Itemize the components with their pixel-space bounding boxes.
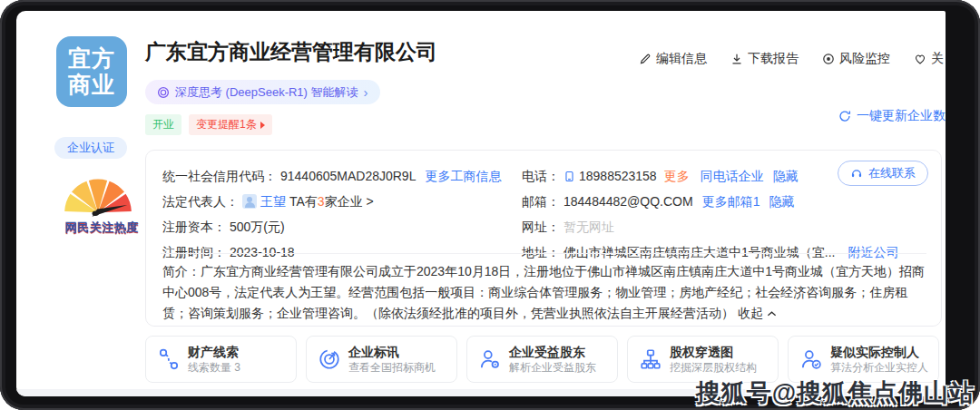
avatar <box>242 194 257 209</box>
chevron-up-icon <box>767 310 777 317</box>
collapse-label: 收起 <box>738 306 763 320</box>
card-subtitle: 挖掘深层股权结构 <box>670 361 757 375</box>
logo-line2: 商业 <box>56 72 127 98</box>
status-badge-open: 开业 <box>145 114 181 135</box>
info-left-column: 统一社会信用代码： 91440605MAD28J0R9L 更多工商信息 法定代表… <box>162 163 501 265</box>
card-beneficial-owners[interactable]: 企业受益股东 解析企业受益股东 <box>466 336 618 383</box>
legal-more-prefix: TA有 <box>289 194 318 209</box>
download-report-button[interactable]: 下载报告 <box>730 51 799 67</box>
address-value: 佛山市禅城区南庄镇南庄大道中1号商业城（宜... <box>564 243 835 261</box>
page-content: 宜方 商业 广东宜方商业经营管理有限公司 深度思考 (DeepSeek-R1) … <box>16 11 946 396</box>
legal-more-suffix: 家企业 > <box>325 194 374 209</box>
email-row: 邮箱： 184484482@QQ.COM 更多邮箱1 隐藏 <box>522 189 898 214</box>
card-bid-news[interactable]: 企业标讯 查看全国招标商机 <box>306 336 457 383</box>
phone-more-link[interactable]: 更多 <box>664 167 690 185</box>
card-title: 疑似实际控制人 <box>830 345 928 360</box>
capital-label: 注册资本： <box>162 218 226 236</box>
capital-value: 500万(元) <box>230 218 285 236</box>
website-label: 网址： <box>522 218 560 236</box>
legal-rep-label: 法定代表人： <box>162 192 239 210</box>
risk-monitor-label: 风险监控 <box>839 51 890 67</box>
download-report-label: 下载报告 <box>748 51 799 67</box>
email-label: 邮箱： <box>522 192 560 210</box>
legal-rep-more-link[interactable]: TA有3家企业 > <box>289 192 374 210</box>
more-email-link[interactable]: 更多邮箱1 <box>702 192 760 210</box>
monitor-icon <box>822 53 835 65</box>
clue-icon <box>157 347 181 371</box>
card-title: 企业受益股东 <box>509 345 596 360</box>
alert-arrow-icon <box>260 122 265 129</box>
status-tags: 开业 变更提醒1条 <box>145 114 272 135</box>
online-contact-button[interactable]: 在线联系 <box>838 161 928 186</box>
more-business-info-link[interactable]: 更多工商信息 <box>425 167 501 185</box>
website-value: 暂无网址 <box>564 218 614 236</box>
credit-code-label: 统一社会信用代码： <box>162 167 277 185</box>
card-property-clues[interactable]: 财产线索 线索数量 3 <box>145 336 297 383</box>
company-info-card: 统一社会信用代码： 91440605MAD28J0R9L 更多工商信息 法定代表… <box>145 150 942 327</box>
beneficiary-icon <box>478 347 502 371</box>
intro-text: 广东宜方商业经营管理有限公司成立于2023年10月18日，注册地位于佛山市禅城区… <box>162 264 925 320</box>
pencil-icon <box>639 53 652 65</box>
card-subtitle: 线索数量 3 <box>188 361 240 375</box>
card-subtitle: 查看全国招标商机 <box>348 361 436 375</box>
same-phone-companies-link[interactable]: 同电话企业 <box>701 167 764 185</box>
phone-hide-link[interactable]: 隐藏 <box>773 167 799 185</box>
risk-monitor-button[interactable]: 风险监控 <box>822 51 890 67</box>
enterprise-cert-badge[interactable]: 企业认证 <box>54 137 127 159</box>
reg-date-label: 注册时间： <box>162 243 226 261</box>
target-icon <box>318 347 341 371</box>
capital-row: 注册资本： 500万(元) <box>162 214 501 239</box>
card-subtitle: 算法分析企业实控人 <box>830 361 928 375</box>
update-company-data-link[interactable]: 一键更新企业数 <box>838 108 946 124</box>
card-title: 企业标讯 <box>348 345 436 360</box>
card-title: 股权穿透图 <box>670 345 757 360</box>
change-alert-label: 变更提醒1条 <box>196 117 257 132</box>
refresh-icon <box>838 110 851 122</box>
email-value: 184484482@QQ.COM <box>564 192 693 210</box>
page-title: 广东宜方商业经营管理有限公司 <box>145 38 437 66</box>
address-label: 地址： <box>522 243 560 261</box>
card-title: 财产线索 <box>188 345 240 360</box>
company-intro: 简介：广东宜方商业经营管理有限公司成立于2023年10月18日，注册地位于佛山市… <box>162 261 926 324</box>
edit-info-label: 编辑信息 <box>656 51 707 67</box>
phone-label: 电话： <box>522 167 560 185</box>
divider <box>161 253 926 254</box>
legal-rep-row: 法定代表人： 王望 TA有3家企业 > <box>162 189 501 214</box>
phone-value: 18988523158 <box>579 167 657 185</box>
follow-button[interactable]: 关 <box>914 51 944 67</box>
reg-date-value: 2023-10-18 <box>230 243 295 261</box>
website-row: 网址： 暂无网址 <box>522 214 898 239</box>
credit-code-row: 统一社会信用代码： 91440605MAD28J0R9L 更多工商信息 <box>162 163 501 189</box>
deepseek-ai-pill[interactable]: 深度思考 (DeepSeek-R1) 智能解读 › <box>145 80 380 104</box>
header-actions: 编辑信息 下载报告 风险监控 关 <box>639 51 944 67</box>
heat-gauge: 网民关注热度 <box>56 171 147 236</box>
heat-gauge-label: 网民关注热度 <box>56 220 147 236</box>
intro-label: 简介： <box>162 264 201 278</box>
online-contact-label: 在线联系 <box>868 165 916 181</box>
edit-info-button[interactable]: 编辑信息 <box>639 51 707 67</box>
gauge-icon <box>56 171 140 218</box>
headset-icon <box>850 167 863 180</box>
deepseek-icon <box>157 86 170 99</box>
deepseek-label: 深度思考 (DeepSeek-R1) 智能解读 <box>175 84 358 101</box>
collapse-link[interactable]: 收起 <box>738 306 777 320</box>
nearby-companies-link[interactable]: 附近公司 <box>848 243 898 261</box>
chevron-right-icon: › <box>364 84 368 100</box>
card-subtitle: 解析企业受益股东 <box>509 361 596 375</box>
phone-icon <box>564 171 575 182</box>
watermark: 搜狐号@搜狐焦点佛山站 <box>696 376 975 409</box>
credit-code-value: 91440605MAD28J0R9L <box>280 167 416 185</box>
update-company-data-label: 一键更新企业数 <box>857 108 946 124</box>
change-alert-badge[interactable]: 变更提醒1条 <box>189 114 272 135</box>
controller-icon <box>799 347 823 371</box>
legal-rep-name-link[interactable]: 王望 <box>260 192 286 210</box>
follow-label: 关 <box>931 51 944 67</box>
download-icon <box>730 53 743 65</box>
orgchart-icon <box>639 347 662 371</box>
legal-more-count: 3 <box>318 194 325 209</box>
heart-icon <box>914 53 926 65</box>
logo-line1: 宜方 <box>56 45 127 72</box>
email-hide-link[interactable]: 隐藏 <box>769 192 794 210</box>
company-logo: 宜方 商业 <box>56 36 127 107</box>
